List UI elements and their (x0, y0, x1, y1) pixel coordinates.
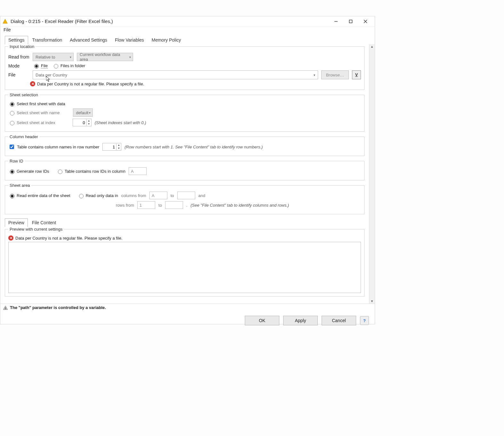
help-button[interactable]: ? (360, 316, 369, 325)
radio-sheet-name-label: Select sheet with name (17, 110, 60, 115)
spinner-up-icon[interactable]: ▲ (87, 119, 91, 123)
preview-error-text: Data per Country is not a regular file. … (15, 236, 123, 241)
chevron-down-icon: ▾ (70, 55, 71, 59)
combo-scope-value: Current workflow data area (80, 52, 126, 62)
group-row-id: Row ID Generate row IDs Table contains r… (5, 159, 364, 180)
radio-rowids-column-input[interactable] (58, 170, 62, 174)
input-rowid-column[interactable] (129, 167, 147, 175)
legend-preview: Preview with current settings (8, 227, 64, 232)
label-mode: Mode (8, 63, 29, 68)
group-input-location: Input location Read from Relative to ▾ C… (5, 44, 364, 90)
svg-marker-0 (3, 19, 7, 23)
dialog-footer: OK Apply Cancel ? (0, 311, 375, 330)
scroll-down-icon[interactable]: ▼ (370, 299, 374, 304)
input-row-from[interactable] (137, 201, 155, 209)
app-icon (2, 19, 8, 24)
radio-read-only-input[interactable] (79, 194, 84, 198)
tab-preview[interactable]: Preview (5, 218, 28, 227)
input-col-from[interactable] (149, 192, 167, 199)
legend-input-location: Input location (8, 44, 36, 49)
radio-rowids-column[interactable]: Table contains row IDs in column (56, 169, 125, 174)
scroll-up-icon[interactable]: ▲ (370, 44, 374, 49)
label-rows-from: rows from (116, 203, 134, 208)
spinner-down-icon[interactable]: ▼ (87, 123, 91, 126)
warning-icon: ! (3, 305, 8, 310)
ok-button[interactable]: OK (245, 316, 279, 325)
tab-transformation[interactable]: Transformation (29, 36, 66, 44)
maximize-button[interactable] (343, 16, 358, 27)
close-button[interactable] (358, 16, 373, 27)
main-tabbar: Settings Transformation Advanced Setting… (0, 33, 375, 44)
spinner-sheet-index[interactable]: ▲▼ (73, 119, 92, 126)
minimize-button[interactable] (329, 16, 343, 27)
cancel-button[interactable]: Cancel (322, 316, 356, 325)
radio-first-sheet-input[interactable] (10, 102, 14, 107)
combo-scope[interactable]: Current workflow data area ▾ (77, 53, 133, 61)
flow-variable-button[interactable]: V (352, 70, 361, 79)
radio-first-sheet[interactable]: Select first sheet with data (8, 101, 65, 107)
radio-sheet-index[interactable]: Select sheet at index (8, 120, 55, 125)
input-row-to[interactable] (165, 201, 183, 209)
file-error-text: Data per Country is not a regular file. … (37, 82, 144, 86)
spinner-sheet-index-value[interactable] (73, 119, 86, 126)
browse-button[interactable]: Browse… (321, 70, 349, 79)
tab-memory-policy[interactable]: Memory Policy (148, 36, 185, 44)
vertical-scrollbar[interactable]: ▲ ▼ (369, 44, 375, 304)
label-and: and (198, 193, 205, 198)
radio-rowids-column-label: Table contains row IDs in column (65, 169, 125, 174)
combo-sheet-name-value: default (76, 110, 88, 115)
chevron-down-icon: ▾ (314, 73, 315, 77)
titlebar[interactable]: Dialog - 0:215 - Excel Reader (Filter Ex… (0, 16, 375, 27)
spinner-header-row[interactable]: ▲▼ (102, 143, 121, 151)
svg-text:!: ! (5, 307, 6, 310)
group-sheet-selection: Sheet selection Select first sheet with … (5, 92, 364, 132)
error-icon: ✕ (30, 81, 35, 86)
tab-flow-variables[interactable]: Flow Variables (111, 36, 148, 44)
checkbox-col-header-label: Table contains column names in row numbe… (17, 145, 99, 149)
tab-advanced-settings[interactable]: Advanced Settings (66, 36, 111, 44)
tab-file-content[interactable]: File Content (28, 218, 60, 227)
hint-sheet-area: (See "File Content" tab to identify colu… (191, 203, 289, 208)
hint-sheet-index: (Sheet indexes start with 0.) (95, 120, 146, 125)
radio-read-entire-input[interactable] (10, 194, 14, 198)
radio-mode-file-input[interactable] (34, 64, 39, 68)
radio-generate-rowids[interactable]: Generate row IDs (8, 169, 49, 174)
input-col-to[interactable] (177, 192, 195, 199)
radio-generate-rowids-input[interactable] (10, 170, 14, 174)
radio-sheet-name-input[interactable] (10, 111, 14, 115)
label-to-2: to (158, 203, 162, 208)
radio-sheet-index-input[interactable] (10, 121, 14, 125)
combo-sheet-name[interactable]: default ▾ (73, 108, 93, 117)
radio-read-only[interactable]: Read only data in (77, 193, 118, 198)
radio-read-entire[interactable]: Read entire data of the sheet (8, 193, 70, 198)
tab-settings[interactable]: Settings (5, 36, 28, 44)
preview-table (8, 242, 361, 293)
settings-panel: Input location Read from Relative to ▾ C… (0, 44, 369, 304)
apply-button[interactable]: Apply (283, 316, 318, 325)
radio-mode-file-label: File (41, 63, 48, 68)
spinner-down-icon[interactable]: ▼ (116, 147, 121, 150)
menu-file[interactable]: File (4, 27, 11, 32)
radio-mode-file[interactable]: File (33, 63, 48, 68)
label-file: File (8, 72, 29, 77)
group-column-header: Column header Table contains column name… (5, 134, 364, 156)
spinner-header-row-value[interactable] (103, 143, 116, 150)
radio-mode-folder-input[interactable] (54, 64, 58, 68)
window-title: Dialog - 0:215 - Excel Reader (Filter Ex… (11, 19, 329, 24)
checkbox-col-header[interactable]: Table contains column names in row numbe… (8, 144, 99, 150)
label-columns-from: columns from (121, 193, 146, 198)
legend-row-id: Row ID (8, 159, 25, 163)
legend-sheet-selection: Sheet selection (8, 92, 39, 97)
variable-icon: V (355, 73, 358, 77)
radio-sheet-index-label: Select sheet at index (17, 120, 55, 125)
hint-column-header: (Row numbers start with 1. See "File Con… (124, 145, 263, 149)
svg-rect-2 (349, 20, 352, 23)
combo-read-from[interactable]: Relative to ▾ (33, 53, 74, 61)
chevron-down-icon: ▾ (129, 55, 131, 59)
radio-mode-folder[interactable]: Files in folder (52, 63, 85, 68)
file-path-combo[interactable]: Data per Country ▾ (33, 70, 318, 79)
radio-sheet-name[interactable]: Select sheet with name (8, 110, 60, 115)
checkbox-col-header-input[interactable] (10, 145, 14, 149)
label-read-from: Read from (8, 54, 29, 59)
spinner-up-icon[interactable]: ▲ (116, 144, 121, 147)
